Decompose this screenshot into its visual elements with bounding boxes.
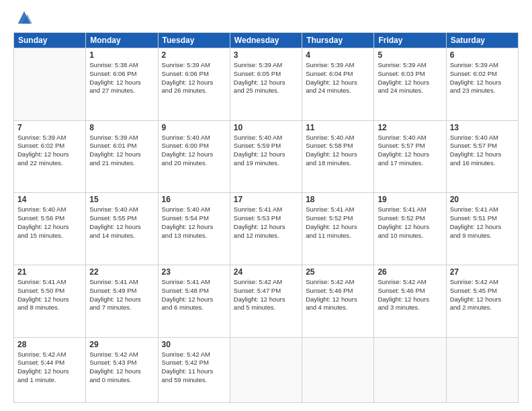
day-number: 24 (234, 267, 298, 277)
calendar-table: SundayMondayTuesdayWednesdayThursdayFrid… (13, 32, 519, 403)
calendar-cell (374, 337, 446, 403)
weekday-header-sunday: Sunday (14, 33, 86, 48)
day-number: 16 (162, 195, 226, 204)
calendar-cell: 5Sunrise: 5:39 AM Sunset: 6:03 PM Daylig… (374, 48, 446, 121)
day-number: 17 (234, 195, 298, 204)
day-info: Sunrise: 5:41 AM Sunset: 5:52 PM Dayligh… (378, 205, 442, 240)
day-info: Sunrise: 5:42 AM Sunset: 5:43 PM Dayligh… (89, 351, 154, 385)
calendar-cell: 15Sunrise: 5:40 AM Sunset: 5:55 PM Dayli… (86, 193, 158, 265)
day-number: 6 (450, 50, 515, 60)
calendar-cell: 1Sunrise: 5:38 AM Sunset: 6:06 PM Daylig… (86, 48, 158, 121)
day-number: 7 (17, 123, 82, 132)
calendar-cell: 2Sunrise: 5:39 AM Sunset: 6:06 PM Daylig… (158, 48, 230, 121)
day-number: 5 (378, 50, 442, 60)
day-number: 22 (89, 267, 154, 277)
day-info: Sunrise: 5:41 AM Sunset: 5:52 PM Dayligh… (306, 205, 370, 240)
calendar-cell: 18Sunrise: 5:41 AM Sunset: 5:52 PM Dayli… (302, 193, 374, 265)
day-info: Sunrise: 5:42 AM Sunset: 5:42 PM Dayligh… (162, 351, 226, 385)
calendar-cell: 19Sunrise: 5:41 AM Sunset: 5:52 PM Dayli… (374, 193, 446, 265)
weekday-header-saturday: Saturday (446, 33, 518, 48)
weekday-header-tuesday: Tuesday (158, 33, 230, 48)
day-info: Sunrise: 5:40 AM Sunset: 5:55 PM Dayligh… (89, 205, 154, 240)
calendar-cell: 12Sunrise: 5:40 AM Sunset: 5:57 PM Dayli… (374, 120, 446, 193)
day-info: Sunrise: 5:39 AM Sunset: 6:05 PM Dayligh… (234, 61, 298, 95)
day-number: 18 (306, 195, 370, 204)
day-number: 30 (162, 340, 226, 349)
calendar-cell: 22Sunrise: 5:41 AM Sunset: 5:49 PM Dayli… (86, 265, 158, 337)
calendar-cell: 29Sunrise: 5:42 AM Sunset: 5:43 PM Dayli… (86, 337, 158, 403)
day-info: Sunrise: 5:40 AM Sunset: 5:56 PM Dayligh… (17, 205, 82, 240)
day-number: 29 (89, 340, 154, 349)
calendar-cell: 13Sunrise: 5:40 AM Sunset: 5:57 PM Dayli… (446, 120, 518, 193)
day-number: 3 (234, 50, 298, 60)
day-info: Sunrise: 5:40 AM Sunset: 5:54 PM Dayligh… (162, 205, 226, 240)
calendar-cell (446, 337, 518, 403)
day-number: 15 (89, 195, 154, 204)
day-number: 26 (378, 267, 442, 277)
day-info: Sunrise: 5:41 AM Sunset: 5:53 PM Dayligh… (234, 205, 298, 240)
day-info: Sunrise: 5:42 AM Sunset: 5:47 PM Dayligh… (234, 278, 298, 312)
calendar-cell (14, 48, 86, 121)
day-info: Sunrise: 5:39 AM Sunset: 6:01 PM Dayligh… (89, 134, 154, 168)
calendar-cell: 17Sunrise: 5:41 AM Sunset: 5:53 PM Dayli… (230, 193, 302, 265)
calendar-cell: 24Sunrise: 5:42 AM Sunset: 5:47 PM Dayli… (230, 265, 302, 337)
day-number: 2 (162, 50, 226, 60)
day-info: Sunrise: 5:40 AM Sunset: 5:57 PM Dayligh… (450, 134, 515, 168)
day-info: Sunrise: 5:39 AM Sunset: 6:06 PM Dayligh… (162, 61, 226, 95)
calendar-cell (230, 337, 302, 403)
calendar-cell: 21Sunrise: 5:41 AM Sunset: 5:50 PM Dayli… (14, 265, 86, 337)
weekday-header-thursday: Thursday (302, 33, 374, 48)
calendar-cell: 10Sunrise: 5:40 AM Sunset: 5:59 PM Dayli… (230, 120, 302, 193)
calendar-cell: 27Sunrise: 5:42 AM Sunset: 5:45 PM Dayli… (446, 265, 518, 337)
day-info: Sunrise: 5:39 AM Sunset: 6:02 PM Dayligh… (17, 134, 82, 168)
day-info: Sunrise: 5:42 AM Sunset: 5:45 PM Dayligh… (450, 278, 515, 312)
day-info: Sunrise: 5:41 AM Sunset: 5:51 PM Dayligh… (450, 205, 515, 240)
day-info: Sunrise: 5:40 AM Sunset: 5:59 PM Dayligh… (234, 134, 298, 168)
day-number: 14 (17, 195, 82, 204)
calendar-cell: 6Sunrise: 5:39 AM Sunset: 6:02 PM Daylig… (446, 48, 518, 121)
day-info: Sunrise: 5:39 AM Sunset: 6:03 PM Dayligh… (378, 61, 442, 95)
day-number: 8 (89, 123, 154, 132)
day-info: Sunrise: 5:40 AM Sunset: 5:57 PM Dayligh… (378, 134, 442, 168)
day-number: 25 (306, 267, 370, 277)
calendar-cell: 23Sunrise: 5:41 AM Sunset: 5:48 PM Dayli… (158, 265, 230, 337)
page-header (13, 11, 519, 27)
day-info: Sunrise: 5:40 AM Sunset: 5:58 PM Dayligh… (306, 134, 370, 168)
day-number: 11 (306, 123, 370, 132)
day-number: 4 (306, 50, 370, 60)
calendar-cell: 3Sunrise: 5:39 AM Sunset: 6:05 PM Daylig… (230, 48, 302, 121)
weekday-header-friday: Friday (374, 33, 446, 48)
day-info: Sunrise: 5:39 AM Sunset: 6:02 PM Dayligh… (450, 61, 515, 95)
day-info: Sunrise: 5:41 AM Sunset: 5:48 PM Dayligh… (162, 278, 226, 312)
calendar-cell: 11Sunrise: 5:40 AM Sunset: 5:58 PM Dayli… (302, 120, 374, 193)
day-number: 10 (234, 123, 298, 132)
day-number: 1 (89, 50, 154, 60)
day-number: 21 (17, 267, 82, 277)
day-number: 13 (450, 123, 515, 132)
day-info: Sunrise: 5:38 AM Sunset: 6:06 PM Dayligh… (89, 61, 154, 95)
day-number: 12 (378, 123, 442, 132)
day-number: 23 (162, 267, 226, 277)
calendar-cell: 16Sunrise: 5:40 AM Sunset: 5:54 PM Dayli… (158, 193, 230, 265)
calendar-cell: 30Sunrise: 5:42 AM Sunset: 5:42 PM Dayli… (158, 337, 230, 403)
day-info: Sunrise: 5:42 AM Sunset: 5:44 PM Dayligh… (17, 351, 82, 385)
day-info: Sunrise: 5:42 AM Sunset: 5:46 PM Dayligh… (378, 278, 442, 312)
calendar-cell: 8Sunrise: 5:39 AM Sunset: 6:01 PM Daylig… (86, 120, 158, 193)
weekday-header-wednesday: Wednesday (230, 33, 302, 48)
calendar-cell: 9Sunrise: 5:40 AM Sunset: 6:00 PM Daylig… (158, 120, 230, 193)
day-number: 9 (162, 123, 226, 132)
day-number: 28 (17, 340, 82, 349)
day-info: Sunrise: 5:41 AM Sunset: 5:49 PM Dayligh… (89, 278, 154, 312)
calendar-cell: 20Sunrise: 5:41 AM Sunset: 5:51 PM Dayli… (446, 193, 518, 265)
weekday-header-monday: Monday (86, 33, 158, 48)
calendar-cell: 4Sunrise: 5:39 AM Sunset: 6:04 PM Daylig… (302, 48, 374, 121)
logo-icon (15, 8, 34, 27)
day-info: Sunrise: 5:39 AM Sunset: 6:04 PM Dayligh… (306, 61, 370, 95)
calendar-cell: 26Sunrise: 5:42 AM Sunset: 5:46 PM Dayli… (374, 265, 446, 337)
day-info: Sunrise: 5:42 AM Sunset: 5:46 PM Dayligh… (306, 278, 370, 312)
day-number: 20 (450, 195, 515, 204)
calendar-cell: 7Sunrise: 5:39 AM Sunset: 6:02 PM Daylig… (14, 120, 86, 193)
weekday-header-row: SundayMondayTuesdayWednesdayThursdayFrid… (14, 33, 519, 48)
logo (13, 11, 34, 27)
day-number: 19 (378, 195, 442, 204)
